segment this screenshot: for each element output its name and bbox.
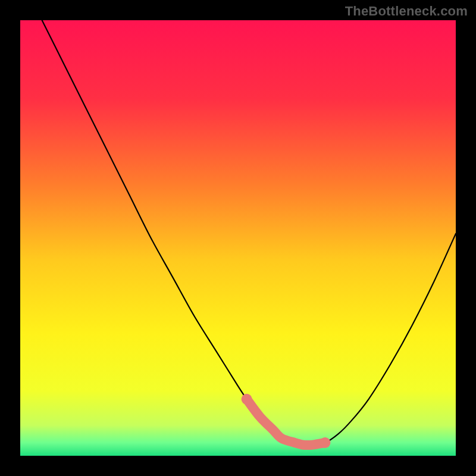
svg-point-1	[320, 437, 330, 448]
svg-point-0	[242, 394, 252, 405]
plot-background	[20, 20, 456, 456]
chart-frame: TheBottleneck.com	[0, 0, 476, 476]
bottleneck-curve-chart	[0, 0, 476, 476]
watermark-text: TheBottleneck.com	[345, 4, 468, 19]
